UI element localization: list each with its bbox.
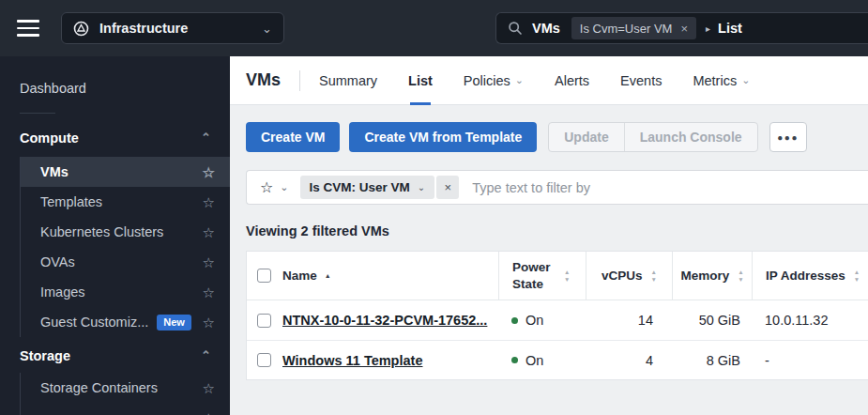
sidebar-item-ovas[interactable]: OVAs ☆ bbox=[21, 247, 230, 277]
sidebar-item-images[interactable]: Images ☆ bbox=[21, 277, 230, 307]
sidebar-item-label: Guest Customiz... bbox=[40, 315, 148, 330]
column-label: Power State bbox=[512, 259, 556, 292]
remove-filter-button[interactable]: × bbox=[436, 176, 459, 199]
chevron-down-icon: ⌄ bbox=[418, 182, 425, 192]
memory-value: 50 GiB bbox=[672, 313, 752, 328]
tab-label: Metrics bbox=[693, 73, 737, 88]
favorite-star-icon[interactable]: ☆ bbox=[203, 315, 215, 330]
sidebar-group-compute: VMs ☆ Templates ☆ Kubernetes Clusters ☆ … bbox=[20, 157, 230, 337]
close-icon[interactable]: × bbox=[680, 22, 688, 36]
vcpus-value: 14 bbox=[586, 313, 672, 328]
tab-label: Alerts bbox=[555, 73, 589, 88]
favorite-star-icon[interactable]: ☆ bbox=[203, 225, 215, 239]
sidebar-item-kubernetes-clusters[interactable]: Kubernetes Clusters ☆ bbox=[21, 217, 230, 247]
sidebar-item-label: Storage Containers bbox=[40, 380, 158, 395]
tab-label: Policies bbox=[464, 73, 510, 88]
sidebar-item-partial[interactable]: ☆ bbox=[21, 403, 230, 415]
sidebar-section-storage[interactable]: Storage ⌃ bbox=[0, 339, 230, 373]
search-icon bbox=[508, 21, 523, 36]
power-state-value: On bbox=[525, 313, 543, 328]
sidebar-item-templates[interactable]: Templates ☆ bbox=[21, 187, 230, 217]
header-divider bbox=[299, 70, 300, 91]
filter-chip-label: Is CVM: User VM bbox=[310, 180, 410, 194]
column-header-power-state[interactable]: Power State ▲▼ bbox=[498, 252, 586, 300]
column-header-name[interactable]: Name ▲ bbox=[282, 252, 498, 300]
favorite-star-icon[interactable]: ☆ bbox=[203, 411, 215, 415]
search-filter-chip-label: Is Cvm=User VM bbox=[580, 22, 673, 36]
vm-name-link[interactable]: NTNX-10-0-11-32-PCVM-17652... bbox=[282, 313, 487, 328]
column-label: vCPUs bbox=[602, 269, 643, 283]
sidebar-section-label: Storage bbox=[20, 348, 70, 363]
column-header-memory[interactable]: Memory ▲▼ bbox=[672, 252, 752, 300]
chevron-up-icon: ⌃ bbox=[201, 134, 211, 142]
create-vm-from-template-button[interactable]: Create VM from Template bbox=[349, 122, 537, 152]
sidebar-item-guest-customization[interactable]: Guest Customiz... New ☆ bbox=[21, 307, 230, 337]
chevron-down-icon: ⌄ bbox=[262, 23, 272, 35]
sidebar-section-compute[interactable]: Compute ⌃ bbox=[0, 119, 230, 157]
select-all-checkbox[interactable] bbox=[257, 269, 271, 283]
chevron-up-icon: ⌃ bbox=[201, 352, 211, 360]
tab-policies[interactable]: Policies ⌄ bbox=[464, 56, 524, 105]
favorite-star-icon[interactable]: ☆ bbox=[203, 255, 215, 269]
power-state-value: On bbox=[525, 353, 543, 368]
row-checkbox[interactable] bbox=[257, 353, 271, 367]
favorite-star-icon[interactable]: ☆ bbox=[203, 381, 215, 395]
tab-events[interactable]: Events bbox=[620, 56, 662, 105]
sidebar-item-dashboard[interactable]: Dashboard bbox=[0, 69, 230, 107]
sort-icon[interactable]: ▲▼ bbox=[564, 269, 570, 282]
update-button[interactable]: Update bbox=[549, 123, 623, 151]
column-label: Name bbox=[282, 269, 317, 283]
sidebar-item-label: VMs bbox=[40, 164, 69, 179]
more-actions-button[interactable]: ●●● bbox=[769, 122, 807, 152]
sidebar-group-storage: Storage Containers ☆ ☆ bbox=[20, 373, 230, 415]
search-entity-token: VMs bbox=[532, 21, 560, 36]
tab-list[interactable]: List bbox=[408, 56, 433, 105]
sidebar: Dashboard Compute ⌃ VMs ☆ Templates ☆ Ku… bbox=[0, 56, 230, 415]
sidebar-item-storage-containers[interactable]: Storage Containers ☆ bbox=[21, 373, 230, 403]
column-header-ip-addresses[interactable]: IP Addresses ▲▼ bbox=[752, 252, 868, 300]
tab-alerts[interactable]: Alerts bbox=[555, 56, 589, 105]
tab-label: Events bbox=[620, 73, 662, 88]
action-toolbar: Create VM Create VM from Template Update… bbox=[246, 122, 868, 152]
sidebar-divider bbox=[20, 113, 55, 114]
search-filter-chip[interactable]: Is Cvm=User VM × bbox=[571, 17, 696, 39]
vm-name-link[interactable]: Windows 11 Template bbox=[282, 353, 422, 368]
column-label: Memory bbox=[680, 269, 729, 283]
app-switcher-dropdown[interactable]: Infrastructure ⌄ bbox=[61, 12, 284, 44]
row-checkbox[interactable] bbox=[257, 314, 271, 328]
page-title: VMs bbox=[246, 70, 281, 90]
main-content: VMs Summary List Policies ⌄ Alerts Event… bbox=[230, 56, 868, 415]
chevron-down-icon: ⌄ bbox=[515, 75, 524, 85]
vms-table: Name ▲ Power State ▲▼ vCPUs ▲▼ Memory ▲▼ bbox=[246, 251, 868, 380]
tab-label: List bbox=[408, 73, 433, 88]
table-row: Windows 11 Template On 4 8 GiB - bbox=[247, 340, 868, 379]
ip-address-value: 10.0.11.32 bbox=[752, 313, 868, 328]
create-vm-button[interactable]: Create VM bbox=[246, 122, 340, 152]
chevron-down-icon[interactable]: ⌄ bbox=[280, 181, 288, 193]
power-on-status-icon bbox=[511, 317, 518, 324]
table-header-row: Name ▲ Power State ▲▼ vCPUs ▲▼ Memory ▲▼ bbox=[247, 252, 868, 300]
sidebar-item-vms[interactable]: VMs ☆ bbox=[21, 157, 230, 187]
sort-icon[interactable]: ▲▼ bbox=[651, 269, 657, 282]
hamburger-menu-icon[interactable] bbox=[17, 20, 39, 37]
favorite-star-icon[interactable]: ☆ bbox=[203, 285, 215, 300]
tab-summary[interactable]: Summary bbox=[319, 56, 377, 105]
active-filter-chip[interactable]: Is CVM: User VM ⌄ bbox=[300, 176, 435, 199]
sort-icon[interactable]: ▲▼ bbox=[738, 269, 743, 282]
favorite-star-icon[interactable]: ☆ bbox=[203, 195, 215, 209]
tab-metrics[interactable]: Metrics ⌄ bbox=[693, 56, 750, 105]
filter-text-input[interactable] bbox=[472, 180, 868, 195]
search-context-token: List bbox=[718, 21, 742, 36]
global-search-bar[interactable]: VMs Is Cvm=User VM × ▸ List bbox=[495, 12, 868, 44]
favorite-star-icon[interactable]: ☆ bbox=[203, 165, 215, 179]
sidebar-item-label: Templates bbox=[40, 194, 102, 209]
launch-console-button[interactable]: Launch Console bbox=[624, 123, 757, 151]
saved-filters-star-icon[interactable]: ☆ bbox=[260, 180, 273, 195]
column-header-vcpus[interactable]: vCPUs ▲▼ bbox=[586, 252, 672, 300]
ip-address-value: - bbox=[752, 353, 868, 368]
sort-icon[interactable]: ▲▼ bbox=[854, 269, 860, 282]
entity-header: VMs Summary List Policies ⌄ Alerts Event… bbox=[230, 56, 868, 105]
app-switcher-label: Infrastructure bbox=[99, 21, 188, 36]
results-count: Viewing 2 filtered VMs bbox=[246, 223, 868, 238]
vcpus-value: 4 bbox=[586, 353, 672, 368]
